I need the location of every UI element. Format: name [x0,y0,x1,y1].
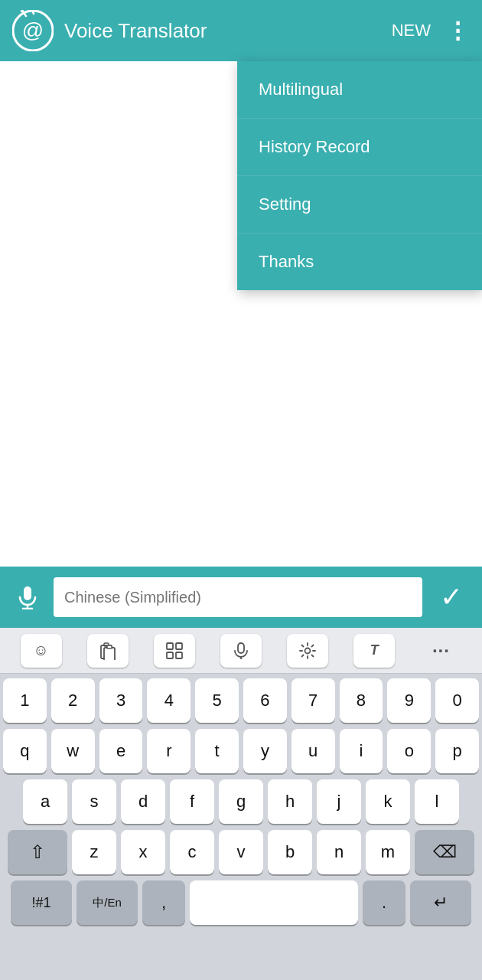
shift-key[interactable]: ⇧ [8,830,67,874]
key-c[interactable]: c [170,830,214,874]
more-menu-button[interactable]: ⋮ [446,19,470,42]
key-n[interactable]: n [317,830,361,874]
qwerty-row: q w e r t y u i o p [3,729,479,773]
key-m[interactable]: m [366,830,410,874]
new-label[interactable]: NEW [392,21,431,41]
svg-rect-6 [24,586,31,600]
key-t[interactable]: t [195,729,239,773]
key-a[interactable]: a [23,779,67,824]
menu-overlay[interactable] [0,61,237,383]
key-k[interactable]: k [366,779,410,824]
key-3[interactable]: 3 [99,678,143,723]
menu-item-thanks[interactable]: Thanks [237,234,482,290]
svg-rect-15 [167,652,173,658]
key-j[interactable]: j [317,779,361,824]
key-p[interactable]: p [435,729,479,773]
lang-switch-key[interactable]: 中/En [77,880,138,925]
number-row: 1 2 3 4 5 6 7 8 9 0 [3,678,479,723]
key-1[interactable]: 1 [3,678,47,723]
grid-button[interactable] [154,634,195,668]
app-title: Voice Translator [64,19,392,43]
enter-key[interactable]: ↵ [410,880,471,925]
key-e[interactable]: e [99,729,143,773]
key-7[interactable]: 7 [291,678,335,723]
app-bar: @ Voice Translator NEW ⋮ [0,0,482,61]
emoji-button[interactable]: ☺ [21,634,62,668]
key-2[interactable]: 2 [51,678,95,723]
key-x[interactable]: x [121,830,165,874]
key-6[interactable]: 6 [243,678,287,723]
key-u[interactable]: u [291,729,335,773]
key-b[interactable]: b [268,830,312,874]
confirm-button[interactable]: ✓ [430,576,473,619]
menu-item-multilingual[interactable]: Multilingual [237,61,482,119]
app-logo: @ [12,10,54,51]
keyboard-more-button[interactable]: ··· [420,634,461,668]
key-f[interactable]: f [170,779,214,824]
backspace-key[interactable]: ⌫ [415,830,474,874]
key-h[interactable]: h [268,779,312,824]
keyboard-toolbar: ☺ [0,628,482,674]
menu-item-setting[interactable]: Setting [237,176,482,234]
key-r[interactable]: r [147,729,191,773]
key-y[interactable]: y [243,729,287,773]
key-g[interactable]: g [219,779,263,824]
key-0[interactable]: 0 [435,678,479,723]
key-o[interactable]: o [387,729,431,773]
svg-text:@: @ [22,18,44,42]
svg-rect-13 [167,643,173,649]
clipboard-button[interactable] [87,634,129,668]
key-s[interactable]: s [72,779,116,824]
key-5[interactable]: 5 [195,678,239,723]
key-w[interactable]: w [51,729,95,773]
zxcv-row: ⇧ z x c v b n m ⌫ [3,830,479,874]
svg-rect-17 [238,643,244,653]
key-z[interactable]: z [72,830,116,874]
period-key[interactable]: . [363,880,405,925]
key-d[interactable]: d [121,779,165,824]
settings-button[interactable] [287,634,328,668]
key-9[interactable]: 9 [387,678,431,723]
keyboard-mic-button[interactable] [220,634,262,668]
bottom-row: !#1 中/En , . ↵ [3,880,479,925]
space-key[interactable] [190,880,358,925]
key-4[interactable]: 4 [147,678,191,723]
key-q[interactable]: q [3,729,47,773]
key-v[interactable]: v [219,830,263,874]
key-8[interactable]: 8 [340,678,383,723]
translator-bar: ✓ [0,567,482,628]
svg-rect-12 [107,645,112,648]
svg-point-19 [305,648,311,653]
asdf-row: a s d f g h j k l [3,779,479,824]
keyboard-keys: 1 2 3 4 5 6 7 8 9 0 q w e r t y u i o p … [0,674,482,925]
key-i[interactable]: i [340,729,383,773]
comma-key[interactable]: , [142,880,185,925]
key-l[interactable]: l [415,779,459,824]
svg-rect-11 [104,648,115,660]
translator-input[interactable] [54,577,422,617]
mic-button[interactable] [9,579,46,616]
num-switch-key[interactable]: !#1 [11,880,72,925]
keyboard: ☺ [0,628,482,980]
svg-rect-16 [176,652,182,658]
svg-rect-14 [176,643,182,649]
dropdown-menu: Multilingual History Record Setting Than… [237,61,482,290]
text-format-button[interactable]: T [353,634,395,668]
menu-item-history-record[interactable]: History Record [237,119,482,176]
